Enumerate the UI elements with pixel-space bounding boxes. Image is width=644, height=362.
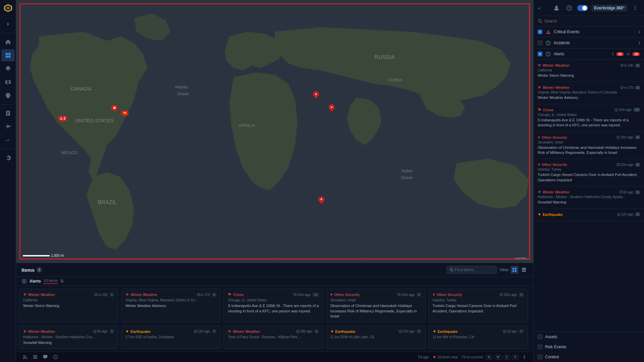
alert-card-6[interactable]: ✦ Earthquake 12h ago 7 17 km SSE of Kari…	[121, 325, 221, 349]
svg-rect-31	[515, 270, 517, 272]
sidebar-item-map[interactable]	[1, 76, 15, 88]
sidebar-item-alerts[interactable]	[1, 63, 15, 75]
svg-line-27	[452, 270, 453, 272]
incidents-checkbox[interactable]	[538, 41, 542, 45]
world-map: CANADA UNITED STATES MEXICO BRAZIL AFRIC…	[16, 0, 533, 263]
svg-point-50	[555, 6, 558, 8]
event-item-1[interactable]: ✶ Winter Weather in 17h 9 Virginia, West…	[534, 82, 644, 104]
view-toggle: View:	[499, 266, 528, 274]
app-logo[interactable]	[3, 3, 13, 13]
alerts-sub-icon: !	[21, 279, 27, 284]
panel-chat-icon[interactable]	[42, 353, 49, 361]
alert-card-8[interactable]: ✦ Earthquake 21h ago 1 21 km SSW of Litt…	[326, 325, 426, 349]
filter-alerts[interactable]: Alerts ℹ 10 of 10	[534, 49, 644, 60]
svg-rect-2	[6, 56, 8, 58]
time-btn-d[interactable]: D	[504, 355, 510, 360]
map-pin-romania[interactable]: ♥	[313, 91, 319, 97]
time-btn-h[interactable]: H	[512, 355, 519, 360]
sub-section-risk-events[interactable]: Risk Events	[534, 342, 644, 352]
items-title-label: Items	[21, 267, 35, 273]
right-sub-sections: Assets Risk Events Context	[534, 331, 644, 362]
svg-rect-32	[522, 268, 526, 269]
sidebar-item-settings[interactable]	[1, 152, 15, 164]
sidebar-item-location[interactable]	[1, 89, 15, 102]
card-time: 18h ago	[296, 329, 312, 333]
alert-card-5[interactable]: ✶ Winter Weather 6h ago 1 Haliburton - M…	[19, 325, 118, 349]
event-item-5[interactable]: ✶ Winter Weather 6h ago 1 Haliburton - M…	[534, 186, 644, 208]
alert-card-2[interactable]: ⚑ Crime 10m ago 10 Chicago, IL, United S…	[223, 289, 323, 322]
svg-text:?: ?	[569, 6, 571, 10]
time-btn-m[interactable]: M	[486, 355, 492, 360]
event-item-4[interactable]: ♥ Other Security 22m ago 0 Istanbul, Tur…	[534, 159, 644, 186]
main-content: CANADA UNITED STATES MEXICO BRAZIL AFRIC…	[16, 0, 533, 362]
time-btn-w[interactable]: W	[494, 355, 501, 360]
sub-checkbox-1[interactable]	[538, 345, 542, 349]
alerts-checkbox[interactable]	[538, 52, 542, 56]
user-icon[interactable]	[552, 3, 561, 13]
map-pin-turkey[interactable]: ♥	[329, 104, 335, 110]
card-type-label: Earthquake	[335, 329, 356, 334]
event-item-0[interactable]: ✶ Winter Weather in 23h 1 California Win…	[534, 60, 644, 82]
card-time: 10m ago	[293, 293, 311, 297]
event-time: 22m ago	[616, 163, 634, 167]
sub-checkbox-2[interactable]	[538, 355, 542, 359]
sidebar-item-dashboard[interactable]	[1, 49, 15, 61]
event-item-6[interactable]: ✦ Earthquake 12h ago 7	[534, 209, 644, 221]
fit-info-icon[interactable]: ℹ	[521, 353, 528, 361]
alert-card-1[interactable]: ✶ Winter Weather in 17h 9 Virginia, West…	[121, 289, 221, 322]
card-type-icon: ♥	[330, 292, 333, 297]
critical-events-info[interactable]: ℹ	[639, 30, 640, 34]
items-info-icon[interactable]: ℹ	[37, 267, 42, 273]
panel-list-icon[interactable]	[32, 353, 39, 361]
map-container[interactable]: CANADA UNITED STATES MEXICO BRAZIL AFRIC…	[16, 0, 533, 263]
svg-point-56	[538, 19, 541, 22]
card-count: 7	[212, 329, 217, 333]
card-count: 1	[110, 329, 114, 333]
alert-card-0[interactable]: ✶ Winter Weather in 23h 1 California Win…	[19, 289, 118, 322]
view-grid-btn[interactable]	[511, 266, 519, 274]
alerts-filter-info[interactable]: ℹ	[612, 52, 613, 56]
map-pin-usa-east[interactable]: 🔫	[121, 111, 128, 116]
panel-icons	[21, 353, 59, 361]
filter-incidents[interactable]: Incidents ℹ	[534, 38, 644, 49]
alert-card-7[interactable]: ✶ Winter Weather 18h ago 1 Town of Parry…	[223, 325, 323, 349]
card-type-label: Other Security	[334, 293, 360, 297]
items-search-box[interactable]: Find items...	[446, 266, 497, 274]
event-item-2[interactable]: ⚑ Crime 10m ago 10 Chicago, IL, United S…	[534, 104, 644, 132]
more-options-icon[interactable]	[631, 3, 640, 13]
panel-clock-icon[interactable]	[52, 353, 59, 361]
card-count: 0	[519, 293, 524, 297]
incidents-info[interactable]: ℹ	[639, 41, 640, 45]
sub-section-assets[interactable]: Assets	[534, 332, 644, 342]
sidebar-item-reports[interactable]	[1, 107, 15, 119]
card-location: Jerusalem, Israel	[330, 298, 421, 302]
view-list-btn[interactable]	[520, 266, 528, 274]
sub-section-context[interactable]: Context	[534, 352, 644, 362]
sidebar-item-expand[interactable]	[1, 18, 15, 30]
event-item-3[interactable]: ♥ Other Security 19m ago 0 Jerusalem, Is…	[534, 132, 644, 159]
sidebar-item-home[interactable]	[1, 36, 15, 48]
sub-checkbox-0[interactable]	[538, 335, 542, 339]
help-icon[interactable]: ?	[565, 3, 574, 13]
card-location: 21 km SSW of Little Lake, CA	[330, 335, 421, 339]
filter-critical-events[interactable]: Critical Events ℹ	[534, 26, 644, 38]
alert-card-4[interactable]: ♥ Other Security 22m ago 0 Istanbul, Tur…	[428, 289, 528, 322]
event-count: 0	[635, 135, 640, 139]
sidebar-item-flights[interactable]	[1, 121, 15, 133]
right-search-input[interactable]	[544, 19, 637, 23]
collapse-btn[interactable]: «	[538, 5, 540, 11]
sidebar-item-analytics[interactable]	[1, 134, 15, 146]
toggle-switch[interactable]	[577, 5, 588, 11]
right-search: .	[534, 16, 644, 26]
card-type-label: Earthquake	[130, 329, 151, 334]
map-pin-usa-west[interactable]: ⚠2	[58, 116, 67, 121]
alert-card-3[interactable]: ♥ Other Security 19m ago 0 Jerusalem, Is…	[326, 289, 426, 322]
event-desc: Observation of Christmas and Hannukah Ho…	[538, 145, 640, 156]
sort-icon[interactable]: ⇅	[60, 279, 64, 284]
card-desc: Winter Weather Advisory	[125, 303, 216, 308]
map-pin-usa-mid[interactable]: ⊕	[111, 105, 117, 110]
alert-card-9[interactable]: ✦ Earthquake 1d ago 2 12 km NW of Pinnac…	[428, 325, 528, 349]
critical-events-checkbox[interactable]	[538, 29, 542, 34]
map-pin-zimbabwe[interactable]: ✦	[318, 196, 324, 202]
panel-rss-icon[interactable]	[21, 353, 29, 361]
